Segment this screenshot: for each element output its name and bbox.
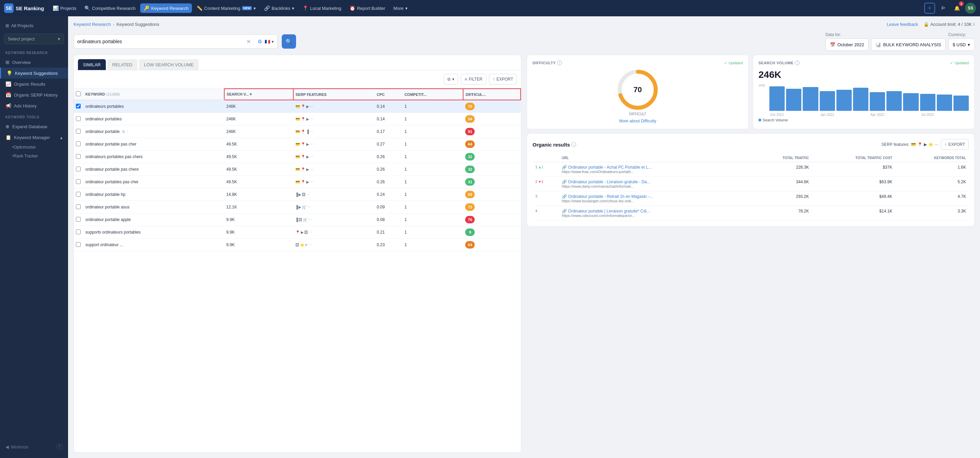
organic-keywords-total-cell[interactable]: 5.2K [895,177,969,192]
difficulty-info-icon[interactable]: i [557,60,562,65]
calendar-icon: 📅 [830,42,835,47]
row-checkbox-cell[interactable] [74,239,83,251]
th-keywords-total[interactable]: KEYWORDS TOTAL [895,154,969,162]
add-button[interactable]: + [924,3,935,14]
organic-keywords-total-cell[interactable]: 1.6K [895,162,969,177]
sidebar-subitem-optinmoster[interactable]: • Optinmoster [0,143,68,152]
th-select-all[interactable] [74,89,83,100]
result-title-link[interactable]: 🔗 Ordinateur portable - Livraison gratui… [562,179,746,184]
th-serp-features[interactable]: SERP FEATURES [293,89,375,100]
row-checkbox[interactable] [76,204,81,209]
nav-competitive-research[interactable]: 🔍 Competitive Research [81,3,139,13]
nav-more[interactable]: More ▾ [390,4,411,13]
sidebar-item-keyword-manager[interactable]: 📋 Keyword Manager ▴ [0,132,68,143]
row-checkbox[interactable] [76,230,81,234]
row-checkbox[interactable] [76,179,81,184]
notifications-button[interactable]: 🔔 [951,3,962,14]
row-checkbox[interactable] [76,192,81,197]
row-checkbox[interactable] [76,129,81,134]
nav-keyword-research[interactable]: 🔑 Keyword Research [140,3,192,13]
row-checkbox-cell[interactable] [74,151,83,163]
nav-local-marketing[interactable]: 📍 Local Marketing [299,3,345,13]
th-competition-label: COMPETIT... [404,92,427,97]
row-keyword: ordinateur portable apple [83,214,224,226]
copy-kw-icon[interactable]: ⧉ [122,130,125,134]
organic-keywords-total-cell[interactable]: 3.3K [895,206,969,221]
more-about-difficulty-link[interactable]: More about Difficulty [619,119,656,124]
row-checkbox-cell[interactable] [74,138,83,151]
th-difficulty[interactable]: DIFFICUL... [463,89,520,100]
nav-projects[interactable]: 📊 Projects [49,3,80,13]
result-title-link[interactable]: 🔗 Ordinateur portable - Retrait 1h en Ma… [562,194,746,199]
breadcrumb-parent[interactable]: Keyword Research [73,22,111,27]
row-keyword: ordinateur portable asus [83,201,224,214]
row-checkbox[interactable] [76,141,81,146]
organic-export-button[interactable]: ↑ EXPORT [941,139,969,150]
search-clear-button[interactable]: ✕ [247,38,251,45]
nav-backlinks[interactable]: 🔗 Backlinks ▾ [261,3,298,13]
more-kw-icon[interactable]: ⋮ [126,130,129,134]
row-serp-features: 📍▶🖼⋯ [293,226,375,239]
row-checkbox-cell[interactable] [74,125,83,138]
help-icon[interactable]: ? [56,444,63,450]
th-traffic-cost[interactable]: TOTAL TRAFFIC COST [811,154,895,162]
sidebar-item-expand-database[interactable]: ⊕ Expand Database [0,121,68,132]
bulk-keyword-button[interactable]: 📊 BULK KEYWORD ANALYSIS [871,38,945,51]
row-checkbox-cell[interactable] [74,176,83,189]
th-total-traffic[interactable]: TOTAL TRAFFIC [749,154,812,162]
flag-button[interactable]: 🏳 [938,3,949,14]
leave-feedback-link[interactable]: Leave feedback [887,22,918,27]
tab-related[interactable]: RELATED [107,59,137,70]
search-input[interactable] [77,39,243,44]
sidebar-minimize-button[interactable]: ◀ Minimize ? [0,440,68,454]
nav-report-builder[interactable]: ⏰ Report Builder [346,3,388,13]
sidebar-item-ads-history[interactable]: 📢 Ads History [0,100,68,111]
row-checkbox-cell[interactable] [74,113,83,125]
tab-low-search-volume[interactable]: LOW SEARCH VOLUME [139,59,199,70]
row-checkbox[interactable] [76,116,81,121]
row-checkbox-cell[interactable] [74,214,83,226]
copy-button[interactable]: ⧉ ▾ [444,74,458,85]
currency-selector[interactable]: $ USD ▾ [948,38,975,51]
serp-feature-icon-3: ⋯ [307,205,311,209]
tab-similar[interactable]: SIMILAR [78,59,106,70]
search-vol-info-icon[interactable]: i [795,60,800,65]
filter-button[interactable]: ≡ FILTER [461,74,486,85]
organic-table-row: 2 ▼1 🔗 Ordinateur portable - Livraison g… [533,177,969,192]
row-checkbox[interactable] [76,166,81,171]
row-checkbox[interactable] [76,104,81,108]
sidebar-project-select[interactable]: Select project ▾ [4,34,64,44]
search-engine-selector[interactable]: G 🇫🇷 ▾ [253,38,274,45]
bar-x-label [886,113,902,117]
sidebar-item-overview[interactable]: ⊞ Overview [0,57,68,68]
sidebar-all-projects[interactable]: ⊞ All Projects [0,21,68,31]
result-title-link[interactable]: 🔗 Ordinateur portable - Achat PC Portabl… [562,165,746,170]
export-button[interactable]: ↑ EXPORT [489,74,517,85]
organic-results-card: Organic results i SERP features: 💳 📍 ▶ ⭐… [527,133,975,227]
user-avatar[interactable]: SS [965,3,976,14]
row-checkbox-cell[interactable] [74,163,83,176]
row-checkbox[interactable] [76,154,81,159]
sidebar-item-organic-serp-history[interactable]: 📅 Organic SERP History [0,89,68,100]
row-checkbox[interactable] [76,217,81,222]
nav-content-marketing[interactable]: ✏️ Content Marketing NEW ▾ [193,3,259,13]
row-checkbox-cell[interactable] [74,100,83,113]
organic-keywords-total-cell[interactable]: 4.7K [895,192,969,206]
row-checkbox[interactable] [76,242,81,247]
row-checkbox-cell[interactable] [74,201,83,214]
th-competition[interactable]: COMPETIT... [402,89,463,100]
th-keyword[interactable]: KEYWORD (13,688) [83,89,224,100]
sidebar-subitem-rank-tracker[interactable]: • Rank Tracker [0,152,68,160]
date-picker-button[interactable]: 📅 October 2022 [826,38,869,51]
th-search-volume[interactable]: SEARCH V... ▾ [224,89,293,100]
app-logo[interactable]: SE SE Ranking [4,3,44,13]
organic-info-icon[interactable]: i [571,142,576,147]
row-checkbox-cell[interactable] [74,226,83,239]
select-all-checkbox[interactable] [76,92,81,96]
sidebar-item-keyword-suggestions[interactable]: 💡 Keyword Suggestions [0,68,68,79]
search-button[interactable]: 🔍 [282,34,296,49]
result-title-link[interactable]: 🔗 Ordinateur portable | Livraison gratui… [562,209,746,214]
sidebar-item-organic-results[interactable]: 📈 Organic Results [0,79,68,89]
th-cpc[interactable]: CPC [375,89,402,100]
row-checkbox-cell[interactable] [74,189,83,201]
